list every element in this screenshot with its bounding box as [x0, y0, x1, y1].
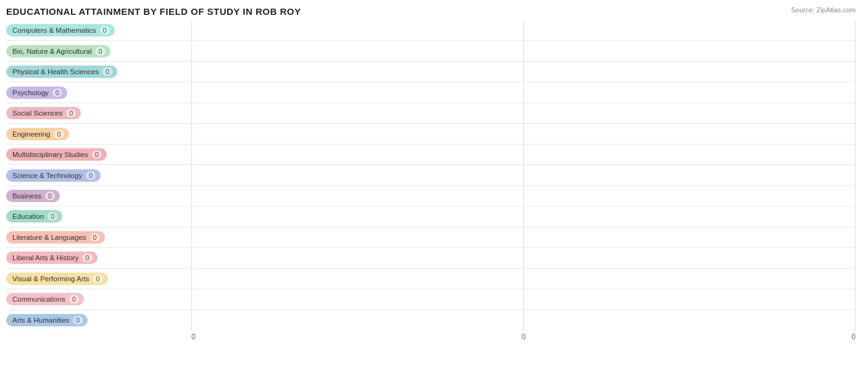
pill-value: 0 — [52, 88, 62, 97]
label-area: Arts & Humanities0 — [6, 314, 191, 326]
pill-value: 0 — [69, 295, 79, 303]
label-area: Visual & Performing Arts0 — [6, 273, 191, 285]
pill-label: Communications — [12, 295, 65, 303]
bar-row: Business0 — [6, 186, 856, 206]
bar-row: Multidisciplinary Studies0 — [6, 145, 856, 165]
pill-value: 0 — [54, 130, 64, 138]
x-axis-label-0: 0 — [191, 333, 196, 341]
chart-container: EDUCATIONAL ATTAINMENT BY FIELD OF STUDY… — [0, 0, 868, 390]
bar-pill: Literature & Languages0 — [6, 231, 105, 244]
bar-pill: Liberal Arts & History0 — [6, 252, 98, 264]
bar-row: Bio, Nature & Agricultural0 — [6, 41, 856, 61]
label-area: Physical & Health Sciences0 — [6, 66, 191, 78]
bar-pill: Social Sciences0 — [6, 107, 81, 119]
label-area: Science & Technology0 — [6, 169, 191, 182]
chart-area: Computers & Mathematics0Bio, Nature & Ag… — [6, 20, 856, 349]
pill-label: Education — [12, 213, 44, 220]
bar-pill: Engineering0 — [6, 128, 69, 140]
pill-value: 0 — [100, 26, 110, 35]
pill-value: 0 — [66, 109, 76, 117]
bar-pill: Physical & Health Sciences0 — [6, 66, 117, 78]
bar-pill: Computers & Mathematics0 — [6, 24, 115, 36]
bar-row: Visual & Performing Arts0 — [6, 269, 856, 289]
bar-row: Arts & Humanities0 — [6, 310, 856, 330]
x-axis-label-1: 0 — [522, 333, 526, 341]
pill-value: 0 — [95, 47, 105, 56]
bar-row: Literature & Languages0 — [6, 227, 856, 248]
pill-label: Visual & Performing Arts — [12, 275, 89, 282]
pill-label: Liberal Arts & History — [12, 254, 78, 261]
bar-row: Communications0 — [6, 289, 856, 310]
bar-row: Physical & Health Sciences0 — [6, 62, 856, 82]
pill-value: 0 — [92, 150, 102, 159]
bar-pill: Communications0 — [6, 293, 84, 305]
bar-pill: Science & Technology0 — [6, 169, 101, 182]
bar-pill: Visual & Performing Arts0 — [6, 273, 108, 285]
label-area: Psychology0 — [6, 87, 191, 99]
bar-pill: Business0 — [6, 190, 60, 202]
pill-value: 0 — [86, 171, 96, 180]
pill-value: 0 — [93, 274, 102, 283]
pill-label: Engineering — [12, 130, 50, 138]
bar-row: Liberal Arts & History0 — [6, 248, 856, 268]
pill-value: 0 — [82, 253, 92, 262]
label-area: Social Sciences0 — [6, 107, 191, 119]
source-text: Source: ZipAtlas.com — [791, 6, 856, 14]
bar-row: Psychology0 — [6, 82, 856, 103]
pill-value: 0 — [73, 316, 83, 324]
pill-label: Physical & Health Sciences — [12, 68, 99, 75]
pill-value: 0 — [90, 233, 100, 242]
pill-label: Business — [12, 192, 41, 200]
bar-pill: Education0 — [6, 210, 62, 223]
label-area: Bio, Nature & Agricultural0 — [6, 45, 191, 57]
bar-pill: Multidisciplinary Studies0 — [6, 148, 107, 161]
label-area: Engineering0 — [6, 128, 191, 140]
label-area: Education0 — [6, 210, 191, 223]
bar-row: Computers & Mathematics0 — [6, 20, 856, 41]
bar-row: Science & Technology0 — [6, 165, 856, 185]
label-area: Business0 — [6, 190, 191, 202]
bar-pill: Bio, Nature & Agricultural0 — [6, 45, 111, 57]
pill-label: Arts & Humanities — [12, 316, 69, 324]
pill-label: Science & Technology — [12, 172, 82, 179]
x-axis: 000 — [191, 330, 856, 349]
pill-label: Bio, Nature & Agricultural — [12, 48, 91, 55]
pill-label: Literature & Languages — [12, 234, 86, 241]
bar-pill: Arts & Humanities0 — [6, 314, 88, 326]
label-area: Literature & Languages0 — [6, 231, 191, 244]
pill-value: 0 — [45, 192, 55, 200]
pill-value: 0 — [48, 212, 57, 221]
label-area: Multidisciplinary Studies0 — [6, 148, 191, 161]
chart-title: EDUCATIONAL ATTAINMENT BY FIELD OF STUDY… — [6, 6, 856, 17]
bar-row: Social Sciences0 — [6, 103, 856, 124]
pill-label: Psychology — [12, 89, 49, 96]
bar-row: Engineering0 — [6, 124, 856, 144]
rows-area: Computers & Mathematics0Bio, Nature & Ag… — [6, 20, 856, 330]
label-area: Computers & Mathematics0 — [6, 24, 191, 36]
pill-label: Computers & Mathematics — [12, 27, 96, 34]
label-area: Communications0 — [6, 293, 191, 305]
bar-row: Education0 — [6, 206, 856, 227]
bar-pill: Psychology0 — [6, 87, 67, 99]
pill-value: 0 — [102, 67, 112, 76]
label-area: Liberal Arts & History0 — [6, 252, 191, 264]
pill-label: Multidisciplinary Studies — [12, 151, 88, 158]
pill-label: Social Sciences — [12, 109, 62, 117]
x-axis-label-2: 0 — [851, 333, 856, 341]
